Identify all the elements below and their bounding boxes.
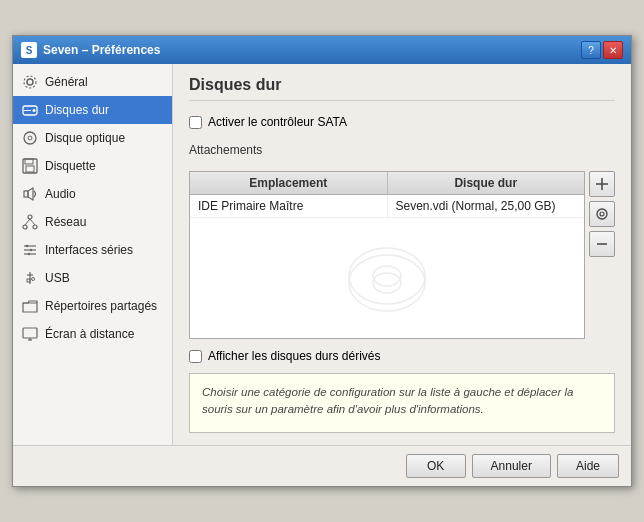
panel-title: Disques dur xyxy=(189,76,615,101)
table-header: Emplacement Disque dur xyxy=(190,172,584,195)
edit-disk-button[interactable] xyxy=(589,201,615,227)
table-area: Emplacement Disque dur IDE Primaire Maît… xyxy=(189,171,615,339)
sidebar-item-ecran-label: Écran à distance xyxy=(45,327,134,341)
footer: OK Annuler Aide xyxy=(13,445,631,486)
sidebar-item-disques-dur-label: Disques dur xyxy=(45,103,109,117)
sidebar-item-disquette[interactable]: Disquette xyxy=(13,152,172,180)
sata-checkbox[interactable] xyxy=(189,116,202,129)
help-button[interactable]: ? xyxy=(581,41,601,59)
svg-rect-27 xyxy=(23,328,37,338)
info-box: Choisir une catégorie de configuration s… xyxy=(189,373,615,433)
title-bar: S Seven – Préférences ? ✕ xyxy=(13,36,631,64)
interfaces-series-icon xyxy=(21,241,39,259)
sidebar-item-disque-optique[interactable]: Disque optique xyxy=(13,124,172,152)
add-disk-button[interactable] xyxy=(589,171,615,197)
sidebar-item-disque-optique-label: Disque optique xyxy=(45,131,125,145)
svg-point-21 xyxy=(30,249,32,251)
sidebar-item-disquette-label: Disquette xyxy=(45,159,96,173)
cell-disque: Seven.vdi (Normal, 25,00 GB) xyxy=(388,195,585,217)
svg-rect-8 xyxy=(25,159,33,164)
help-footer-button[interactable]: Aide xyxy=(557,454,619,478)
col-disque: Disque dur xyxy=(388,172,585,194)
svg-point-5 xyxy=(24,132,36,144)
svg-point-31 xyxy=(349,248,425,304)
reseau-icon xyxy=(21,213,39,231)
sidebar-item-audio-label: Audio xyxy=(45,187,76,201)
sidebar-item-repertoires[interactable]: Répertoires partagés xyxy=(13,292,172,320)
audio-icon xyxy=(21,185,39,203)
sata-label[interactable]: Activer le contrôleur SATA xyxy=(208,115,347,129)
svg-point-12 xyxy=(28,215,32,219)
ok-button[interactable]: OK xyxy=(406,454,466,478)
sidebar-item-general-label: Général xyxy=(45,75,88,89)
remove-disk-button[interactable] xyxy=(589,231,615,257)
svg-point-38 xyxy=(597,209,607,219)
app-icon: S xyxy=(21,42,37,58)
disquette-icon xyxy=(21,157,39,175)
svg-point-13 xyxy=(23,225,27,229)
sidebar-item-interfaces-series[interactable]: Interfaces séries xyxy=(13,236,172,264)
sidebar-item-interfaces-series-label: Interfaces séries xyxy=(45,243,133,257)
svg-point-22 xyxy=(28,253,30,255)
svg-rect-9 xyxy=(26,166,34,172)
svg-point-30 xyxy=(349,255,425,311)
sidebar-item-usb[interactable]: USB xyxy=(13,264,172,292)
svg-point-26 xyxy=(32,278,35,281)
disk-ghost-image xyxy=(337,228,437,328)
svg-point-14 xyxy=(33,225,37,229)
cancel-button[interactable]: Annuler xyxy=(472,454,551,478)
svg-point-3 xyxy=(33,109,36,112)
main-panel: Disques dur Activer le contrôleur SATA A… xyxy=(173,64,631,445)
svg-point-39 xyxy=(600,212,604,216)
table-empty-area xyxy=(190,218,584,338)
close-button[interactable]: ✕ xyxy=(603,41,623,59)
svg-point-20 xyxy=(26,245,28,247)
table-row[interactable]: IDE Primaire Maître Seven.vdi (Normal, 2… xyxy=(190,195,584,218)
svg-rect-10 xyxy=(24,191,28,197)
sidebar-item-audio[interactable]: Audio xyxy=(13,180,172,208)
derived-label[interactable]: Afficher les disques durs dérivés xyxy=(208,349,381,363)
svg-point-0 xyxy=(27,79,33,85)
sidebar-item-usb-label: USB xyxy=(45,271,70,285)
ecran-icon xyxy=(21,325,39,343)
sata-checkbox-row: Activer le contrôleur SATA xyxy=(189,115,615,129)
info-text: Choisir une catégorie de configuration s… xyxy=(202,386,573,415)
repertoires-icon xyxy=(21,297,39,315)
sidebar-item-ecran[interactable]: Écran à distance xyxy=(13,320,172,348)
attachments-table: Emplacement Disque dur IDE Primaire Maît… xyxy=(189,171,585,339)
derived-checkbox[interactable] xyxy=(189,350,202,363)
sidebar-item-reseau[interactable]: Réseau xyxy=(13,208,172,236)
title-bar-left: S Seven – Préférences xyxy=(21,42,160,58)
content-area: Général Disques dur Disque optique Disqu… xyxy=(13,64,631,445)
window-title: Seven – Préférences xyxy=(43,43,160,57)
disque-optique-icon xyxy=(21,129,39,147)
cell-emplacement: IDE Primaire Maître xyxy=(190,195,388,217)
sidebar-item-disques-dur[interactable]: Disques dur xyxy=(13,96,172,124)
usb-icon xyxy=(21,269,39,287)
side-buttons xyxy=(589,171,615,339)
preferences-window: S Seven – Préférences ? ✕ Général Disque… xyxy=(12,35,632,487)
svg-point-6 xyxy=(28,136,32,140)
title-bar-controls: ? ✕ xyxy=(581,41,623,59)
svg-line-16 xyxy=(30,219,35,225)
sidebar-item-reseau-label: Réseau xyxy=(45,215,86,229)
attachments-label: Attachements xyxy=(189,143,615,157)
svg-marker-11 xyxy=(28,188,33,200)
derived-checkbox-row: Afficher les disques durs dérivés xyxy=(189,349,615,363)
general-icon xyxy=(21,73,39,91)
disques-dur-icon xyxy=(21,101,39,119)
svg-rect-25 xyxy=(27,279,30,282)
sidebar-item-repertoires-label: Répertoires partagés xyxy=(45,299,157,313)
sidebar: Général Disques dur Disque optique Disqu… xyxy=(13,64,173,445)
col-emplacement: Emplacement xyxy=(190,172,388,194)
sidebar-item-general[interactable]: Général xyxy=(13,68,172,96)
svg-point-1 xyxy=(24,76,36,88)
svg-line-15 xyxy=(25,219,30,225)
